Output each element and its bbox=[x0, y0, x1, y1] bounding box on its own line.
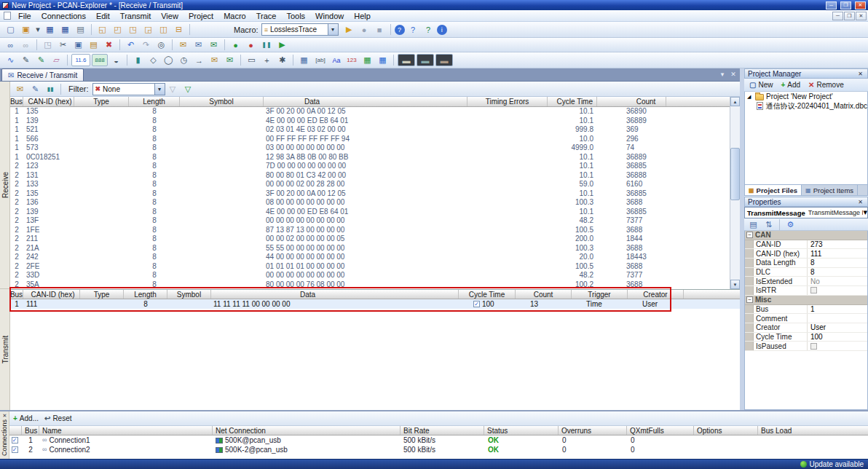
menu-item-project[interactable]: Project bbox=[184, 11, 218, 21]
receive-row[interactable]: 235A880 00 00 00 76 08 00 00100.23688 bbox=[10, 280, 730, 290]
receive-row[interactable]: 2211800 00 02 00 00 00 00 05200.01844 bbox=[10, 234, 730, 244]
copy-icon[interactable]: ▣ bbox=[71, 39, 85, 51]
message-box-icon[interactable]: ✉ bbox=[208, 54, 221, 66]
connections-column-status[interactable]: Status bbox=[484, 426, 559, 435]
receive-row[interactable]: 1573803 00 00 00 00 00 00 004999.074 bbox=[10, 143, 730, 153]
value-display-icon[interactable]: 11.6 bbox=[71, 54, 90, 66]
property-pages-icon[interactable]: ⚙ bbox=[784, 218, 797, 231]
transmit-column-sym[interactable]: Symbol bbox=[167, 290, 211, 299]
menu-item-macro[interactable]: Macro bbox=[218, 11, 251, 21]
connections-column-qxf[interactable]: QXmtFulls bbox=[627, 426, 694, 435]
receive-row[interactable]: 213583F 00 20 00 0A 00 12 0510.136885 bbox=[10, 189, 730, 199]
property-row[interactable]: IsPaused bbox=[745, 342, 867, 351]
tree-item[interactable]: 通信协议-20240401_Matrix.dbc bbox=[745, 101, 867, 111]
property-row[interactable]: Bus1 bbox=[745, 305, 867, 315]
property-value[interactable]: 111 bbox=[808, 250, 867, 258]
font-tool-icon[interactable]: Aa bbox=[330, 54, 343, 66]
web-help-icon[interactable]: ? bbox=[422, 23, 435, 36]
receive-column-bus[interactable]: Bus bbox=[10, 97, 23, 106]
connections-column-opt[interactable]: Options bbox=[694, 426, 758, 435]
mdi-close-button[interactable]: ✕ bbox=[856, 12, 867, 20]
tab-project-files[interactable]: ▦Project Files bbox=[745, 185, 802, 195]
property-value[interactable]: 8 bbox=[808, 259, 867, 267]
about-icon[interactable]: i bbox=[437, 25, 447, 35]
menu-item-help[interactable]: Help bbox=[349, 11, 376, 21]
dark-panel-icon[interactable]: ▬ bbox=[398, 54, 415, 66]
cut-icon[interactable]: ✂ bbox=[56, 39, 70, 51]
transmit-column-cyc[interactable]: Cycle Time bbox=[459, 290, 516, 299]
rectangle-shape-icon[interactable]: ▭ bbox=[245, 54, 259, 66]
connections-column-name[interactable]: Name bbox=[39, 426, 213, 435]
view-panel-icon[interactable]: ◲ bbox=[141, 23, 155, 36]
pen-icon[interactable]: ✎ bbox=[19, 54, 33, 66]
remove-file-button[interactable]: ✕Remove bbox=[805, 80, 847, 90]
receive-column-data[interactable]: Data bbox=[264, 97, 467, 106]
property-value[interactable]: 8 bbox=[808, 268, 867, 276]
new-project-button[interactable]: ▢New bbox=[746, 80, 776, 90]
gear-icon[interactable]: ✱ bbox=[275, 54, 289, 66]
property-value[interactable]: User bbox=[808, 323, 867, 331]
transmit-column-len[interactable]: Length bbox=[124, 290, 167, 299]
filter-off-icon[interactable]: ▽ bbox=[166, 83, 180, 95]
close-connections-icon[interactable]: ✕ bbox=[0, 413, 9, 419]
disconnect-net-icon[interactable]: ∞ bbox=[19, 39, 33, 51]
add-connection-button[interactable]: + Add... bbox=[13, 414, 39, 422]
receive-column-type[interactable]: Type bbox=[74, 97, 129, 106]
vertical-scrollbar[interactable]: ▲ ▼ bbox=[730, 97, 740, 289]
menu-item-window[interactable]: Window bbox=[310, 11, 349, 21]
receive-row[interactable]: 2136808 00 00 00 00 00 00 00100.33688 bbox=[10, 198, 730, 208]
sidebar-tab-receive[interactable]: Receive bbox=[0, 82, 10, 289]
help-icon[interactable]: ? bbox=[395, 25, 405, 35]
crosshair-icon[interactable]: + bbox=[260, 54, 274, 66]
collapse-icon[interactable]: − bbox=[746, 296, 753, 303]
record-macro-icon[interactable]: ● bbox=[358, 23, 371, 36]
chevron-down-icon[interactable]: ▾ bbox=[154, 84, 165, 95]
property-value[interactable]: 1 bbox=[808, 305, 867, 313]
receive-row[interactable]: 212387D 00 00 00 00 00 00 0010.136885 bbox=[10, 162, 730, 171]
marker-icon[interactable]: ✎ bbox=[34, 54, 48, 66]
property-value[interactable] bbox=[808, 287, 867, 293]
menu-item-trace[interactable]: Trace bbox=[251, 11, 282, 21]
record-start-icon[interactable]: ● bbox=[229, 39, 242, 51]
receive-row[interactable]: 213984E 00 00 00 ED E8 64 0110.136885 bbox=[10, 208, 730, 217]
connection-row[interactable]: ✓2∞Connection2500K-2@pcan_usb500 kBit/sO… bbox=[9, 445, 868, 454]
receive-row[interactable]: 213F800 00 00 00 00 00 00 0048.27377 bbox=[10, 216, 730, 226]
connections-tabstrip[interactable]: ✕ Connections bbox=[0, 411, 9, 459]
connections-column-bus[interactable]: Bus bbox=[22, 426, 39, 435]
dark-display-icon[interactable]: ▬ bbox=[435, 54, 453, 66]
menu-item-edit[interactable]: Edit bbox=[91, 11, 115, 21]
properties-object-select[interactable]: TransmitMessage TransmitMessage Properti… bbox=[744, 207, 868, 218]
categorized-icon[interactable]: ▤ bbox=[746, 218, 760, 231]
new-document-icon[interactable]: ▢ bbox=[4, 23, 17, 36]
property-value[interactable] bbox=[808, 343, 867, 350]
undo-icon[interactable]: ↶ bbox=[124, 39, 138, 51]
property-row[interactable]: DLC8 bbox=[745, 268, 867, 277]
receive-row[interactable]: 1521802 03 01 4E 03 02 00 00999.8369 bbox=[10, 125, 730, 135]
property-category[interactable]: −CAN bbox=[745, 231, 867, 240]
diamond-shape-icon[interactable]: ◇ bbox=[146, 54, 160, 66]
receive-row[interactable]: 22FE801 01 01 01 00 00 00 00100.53688 bbox=[10, 262, 730, 272]
detach-window-icon[interactable]: ◳ bbox=[41, 39, 55, 51]
transmit-column-cre[interactable]: Creator bbox=[628, 290, 684, 299]
redo-icon[interactable]: ↷ bbox=[139, 39, 153, 51]
scrollbar-thumb[interactable] bbox=[730, 148, 740, 200]
blue-panel-icon[interactable]: ▦ bbox=[376, 54, 390, 66]
property-value[interactable]: No bbox=[808, 277, 867, 285]
zoom-icon[interactable]: ◎ bbox=[154, 39, 168, 51]
collapse-icon[interactable]: − bbox=[746, 232, 753, 238]
send-message-icon[interactable]: ✉ bbox=[207, 39, 221, 51]
apply-columns-icon[interactable]: ▮▮ bbox=[44, 83, 57, 95]
seven-segment-icon[interactable]: 888 bbox=[92, 54, 108, 66]
minimize-button[interactable]: ─ bbox=[826, 1, 837, 9]
receive-row[interactable]: 113583F 00 20 00 0A 00 12 0510.136890 bbox=[10, 107, 730, 117]
property-row[interactable]: CAN-ID273 bbox=[745, 240, 867, 250]
transmit-column-cnt[interactable]: Count bbox=[516, 290, 572, 299]
line-plot-icon[interactable]: ∿ bbox=[4, 54, 17, 66]
macro-select[interactable]: ≡ LosslessTrace ▾ bbox=[261, 23, 339, 36]
update-label[interactable]: Update available bbox=[810, 460, 864, 468]
chevron-down-icon[interactable]: ▾ bbox=[863, 208, 867, 218]
enabled-checkbox[interactable]: ✓ bbox=[12, 446, 18, 453]
eraser-icon[interactable]: ▱ bbox=[50, 54, 63, 66]
tab-close-icon[interactable]: ✕ bbox=[729, 71, 738, 78]
property-row[interactable]: IsExtendedNo bbox=[745, 277, 867, 286]
